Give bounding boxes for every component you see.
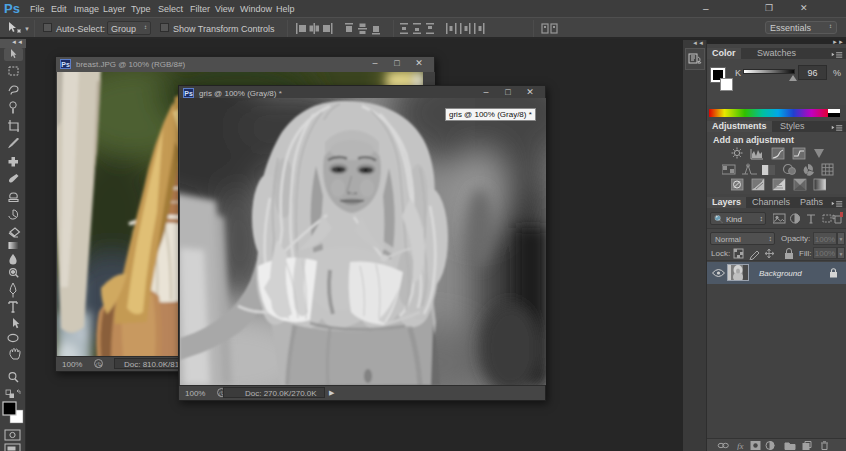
svg-text:fx: fx xyxy=(737,441,744,450)
